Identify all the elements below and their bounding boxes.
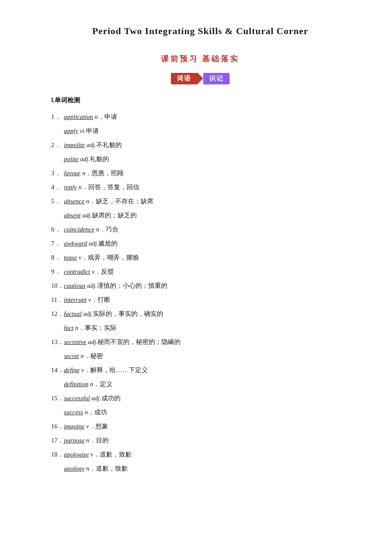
item-num: 11． <box>51 294 64 306</box>
page-title: Period Two Integrating Skills & Cultural… <box>51 26 349 37</box>
item-meaning: 目的 <box>96 437 109 444</box>
item-meaning: 不礼貌的 <box>96 142 122 148</box>
vocab-item: 17．purpose n．目的 <box>51 435 349 446</box>
sub-word: definition <box>64 381 89 387</box>
sub-word: absent <box>64 212 81 219</box>
item-num: 13． <box>51 336 64 348</box>
item-word: imagine <box>64 423 84 430</box>
item-num: 15． <box>51 393 64 404</box>
vocab-item: 10．cautious adj.谨慎的；小心的；慎重的 <box>51 280 349 292</box>
tag-right: 识记 <box>203 73 230 84</box>
item-word: cautious <box>64 282 86 289</box>
item-word: contradict <box>64 268 90 275</box>
tag-arrow <box>197 72 203 84</box>
item-word: tease <box>64 254 77 261</box>
item-word: secretive <box>64 338 86 345</box>
sub-meaning: 申请 <box>86 127 99 134</box>
item-num: 12． <box>51 308 64 320</box>
sub-item: apply vi.申请 <box>64 125 349 137</box>
vocab-item: 2．impolite adj.不礼貌的 <box>51 139 349 151</box>
item-word: reply <box>64 184 77 191</box>
sub-meaning: 事实；实际 <box>85 324 117 331</box>
sub-meaning: 缺席的；缺乏的 <box>92 212 137 219</box>
item-pos: n． <box>78 184 88 191</box>
vocab-item: 6．coincidence n．巧合 <box>51 224 349 235</box>
sub-item: polite adj.礼貌的 <box>64 153 349 165</box>
item-meaning: 谨慎的；小心的；慎重的 <box>97 282 167 289</box>
item-meaning: 尴尬的 <box>98 240 118 247</box>
sub-item: secret n．秘密 <box>64 350 349 362</box>
item-pos: n． <box>86 198 96 205</box>
item-pos: v． <box>86 423 95 430</box>
tag-container: 词语 识记 <box>51 72 349 84</box>
vocab-item: 5．absence n．缺乏，不存在；缺席 <box>51 196 349 207</box>
item-num: 3． <box>51 168 64 179</box>
item-pos: adj. <box>86 142 96 148</box>
item-pos: adj. <box>88 338 98 345</box>
item-meaning: 恩惠，照顾 <box>92 170 124 176</box>
vocab-item: 13．secretive adj.秘而不宣的，秘密的；隐瞒的 <box>51 336 349 348</box>
item-num: 18． <box>51 449 64 460</box>
item-word: interrupt <box>64 296 86 303</box>
item-pos: v． <box>81 367 90 373</box>
item-num: 4． <box>51 182 64 193</box>
sub-pos: n． <box>90 381 100 387</box>
item-num: 6． <box>51 224 64 235</box>
section-label: Ⅰ.单词检测 <box>51 96 349 104</box>
sub-word: apology <box>64 465 84 472</box>
item-pos: n． <box>82 170 92 176</box>
sub-word: secret <box>64 353 79 359</box>
item-word: purpose <box>64 437 84 444</box>
item-word: absence <box>64 198 84 205</box>
item-meaning: 缺乏，不存在；缺席 <box>96 198 153 205</box>
item-pos: n． <box>96 226 106 233</box>
item-num: 14． <box>51 364 64 376</box>
item-pos: adj. <box>89 240 98 247</box>
sub-item: fact n．事实；实际 <box>64 322 349 334</box>
item-num: 16． <box>51 421 64 432</box>
vocab-item: 11．interrupt v．打断 <box>51 294 349 306</box>
sub-item: absent adj.缺席的；缺乏的 <box>64 210 349 221</box>
item-meaning: 反驳 <box>101 268 114 275</box>
sub-pos: vi. <box>80 127 86 134</box>
sub-meaning: 礼貌的 <box>90 156 109 162</box>
vocab-item: 3．favour n．恩惠，照顾 <box>51 168 349 179</box>
item-word: factual <box>64 310 82 317</box>
vocab-item: 15．successful adj.成功的 <box>51 393 349 404</box>
sub-meaning: 道歉，致歉 <box>96 465 128 472</box>
item-num: 5． <box>51 196 64 207</box>
item-pos: v． <box>88 296 98 303</box>
vocab-list: 1．application n．申请apply vi.申请2．impolite … <box>51 111 349 474</box>
sub-item: success n．成功 <box>64 407 349 418</box>
item-meaning: 申请 <box>104 113 117 120</box>
item-pos: v． <box>92 268 101 275</box>
item-num: 7． <box>51 238 64 249</box>
item-num: 17． <box>51 435 64 446</box>
vocab-item: 9．contradict v．反驳 <box>51 266 349 278</box>
vocab-item: 4．reply n．回答，答复，回信 <box>51 182 349 193</box>
item-word: application <box>64 113 93 120</box>
sub-item: definition n．定义 <box>64 379 349 390</box>
item-word: apologise <box>64 451 89 458</box>
sub-meaning: 成功 <box>94 409 107 416</box>
sub-word: success <box>64 409 83 416</box>
item-num: 9． <box>51 266 64 278</box>
item-pos: adj. <box>87 282 97 289</box>
sub-word: apply <box>64 127 78 134</box>
sub-pos: adj. <box>80 156 90 162</box>
vocab-item: 8．tease v．戏弄，嘲弄，揶揄 <box>51 252 349 263</box>
item-num: 10． <box>51 280 64 292</box>
tag-left: 词语 <box>171 73 197 84</box>
item-num: 8． <box>51 252 64 263</box>
sub-word: polite <box>64 156 78 162</box>
item-word: awkward <box>64 240 87 247</box>
item-num: 2． <box>51 139 64 151</box>
sub-meaning: 秘密 <box>90 353 103 359</box>
item-pos: n． <box>86 437 96 444</box>
item-meaning: 巧合 <box>106 226 118 233</box>
item-word: coincidence <box>64 226 95 233</box>
sub-meaning: 定义 <box>100 381 112 387</box>
sub-pos: n． <box>81 353 90 359</box>
item-meaning: 成功的 <box>101 395 121 402</box>
item-word: define <box>64 367 80 373</box>
